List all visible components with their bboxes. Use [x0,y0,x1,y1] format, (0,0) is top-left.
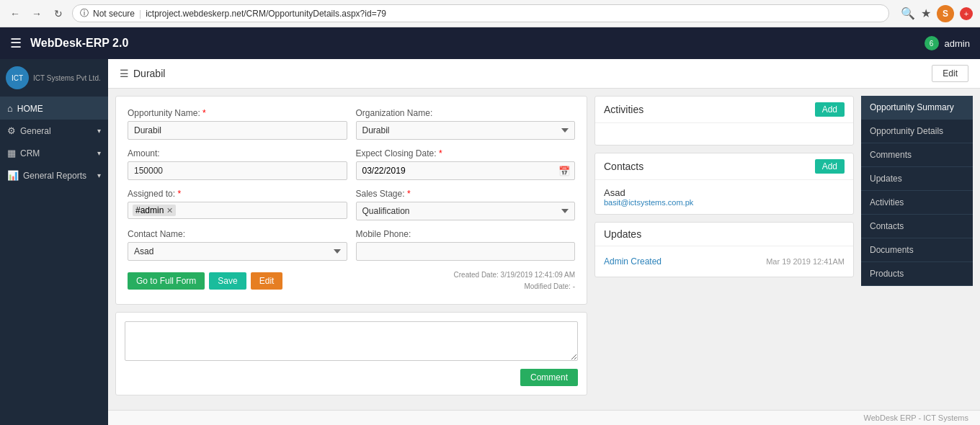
contacts-panel: Contacts Add Asad basit@ictsystems.com.p… [594,153,854,215]
form-actions: Go to Full Form Save Edit [128,272,282,290]
contact-name-label: Contact Name: [128,229,347,239]
gear-icon: ⚙ [7,125,16,136]
browser-icons: 🔍 ★ S + [901,5,973,22]
page-title: Durabil [133,68,165,79]
footer-text: WebDesk ERP - ICT Systems [864,413,968,422]
browser-bar: ← → ↻ ⓘ Not secure | ictproject.webdeske… [0,0,980,27]
extension-icon[interactable]: + [960,7,973,20]
updates-panel: Updates Admin Created Mar 19 2019 12:41A… [594,222,854,277]
page-edit-button[interactable]: Edit [932,65,968,82]
chevron-down-icon-crm: ▾ [97,149,101,157]
middle-column: Activities Add Contacts Add Asad basit@i… [594,96,854,403]
sales-stage-group: Sales Stage: * Qualification [356,189,576,220]
forward-button[interactable]: → [29,6,45,22]
sidebar-item-home[interactable]: ⌂ HOME [0,97,108,120]
form-footer: Go to Full Form Save Edit Created Date: … [128,269,575,292]
save-button[interactable]: Save [209,272,246,290]
sidebar-label-reports: General Reports [23,171,86,181]
right-nav-contacts[interactable]: Contacts [861,215,973,238]
updates-body: Admin Created Mar 19 2019 12:41AM [595,246,853,277]
sidebar-label-general: General [20,126,51,136]
contact-name: Asad [604,187,845,198]
sidebar-logo-area: ICT ICT Systems Pvt Ltd. [0,59,108,97]
go-to-full-form-button[interactable]: Go to Full Form [128,272,205,290]
modified-date-label: Modified Date: [524,282,570,290]
sales-stage-label: Sales Stage: * [356,189,576,199]
right-nav-activities[interactable]: Activities [861,191,973,215]
modified-date: Modified Date: - [454,281,575,292]
sidebar-item-reports[interactable]: 📊 General Reports ▾ [0,164,108,187]
chart-icon: 📊 [7,170,19,181]
right-nav-products[interactable]: Products [861,262,973,286]
right-nav-opportunity-details[interactable]: Opportunity Details [861,120,973,143]
url-bar[interactable]: ⓘ Not secure | ictproject.webdeskerp.net… [72,4,889,22]
closing-date-group: Expect Closing Date: * 📅 [356,148,576,180]
update-date: Mar 19 2019 12:41AM [766,257,845,266]
sales-stage-select[interactable]: Qualification [356,202,576,220]
chevron-down-icon: ▾ [97,127,101,135]
activities-add-button[interactable]: Add [815,102,845,117]
mobile-phone-label: Mobile Phone: [356,229,576,239]
update-row: Admin Created Mar 19 2019 12:41AM [604,254,845,269]
opportunity-form-card: Opportunity Name: * Organization Name: D… [115,96,587,305]
bookmark-icon[interactable]: ★ [921,6,931,20]
assigned-to-field[interactable]: #admin ✕ [128,202,347,219]
closing-date-input[interactable] [357,162,555,179]
main-content: ☰ Durabil Edit Opportunity Name: * [108,59,980,425]
mobile-phone-input[interactable] [356,242,576,261]
form-meta: Created Date: 3/19/2019 12:41:09 AM Modi… [454,269,575,292]
right-nav-opportunity-summary[interactable]: Opportunity Summary [861,96,973,120]
comment-button[interactable]: Comment [520,369,578,386]
left-column: Opportunity Name: * Organization Name: D… [115,96,587,403]
app-title: WebDesk-ERP 2.0 [30,37,925,50]
org-name-group: Organization Name: Durabil [356,108,576,140]
opportunity-name-label: Opportunity Name: * [128,108,347,118]
layout: ICT ICT Systems Pvt Ltd. ⌂ HOME ⚙ Genera… [0,59,980,425]
activities-header: Activities Add [595,97,853,123]
comment-textarea[interactable] [125,321,578,361]
form-grid: Opportunity Name: * Organization Name: D… [128,108,575,261]
page-header: ☰ Durabil Edit [108,59,980,89]
contact-email: basit@ictsystems.com.pk [604,198,845,207]
company-logo: ICT [6,66,29,89]
assigned-to-group: Assigned to: * #admin ✕ [128,189,347,220]
activities-body [595,123,853,145]
amount-input[interactable] [128,161,347,180]
right-nav-updates[interactable]: Updates [861,167,973,191]
mobile-phone-group: Mobile Phone: [356,229,576,261]
assigned-tag: #admin ✕ [133,205,176,216]
remove-assignee-icon[interactable]: ✕ [166,206,173,215]
content-area: Opportunity Name: * Organization Name: D… [108,89,980,410]
hamburger-icon[interactable]: ☰ [10,35,22,51]
sidebar-item-crm[interactable]: ▦ CRM ▾ [0,142,108,164]
opportunity-name-input[interactable] [128,121,347,140]
created-date-value: 3/19/2019 12:41:09 AM [501,271,575,279]
assigned-required-star: * [177,189,181,199]
opportunity-name-group: Opportunity Name: * [128,108,347,140]
sidebar: ICT ICT Systems Pvt Ltd. ⌂ HOME ⚙ Genera… [0,59,108,425]
header-username: admin [945,38,970,49]
contacts-body: Asad basit@ictsystems.com.pk [595,180,853,214]
profile-avatar[interactable]: S [937,5,954,22]
contact-name-select[interactable]: Asad [128,242,347,261]
right-nav-comments[interactable]: Comments [861,143,973,167]
sidebar-item-general[interactable]: ⚙ General ▾ [0,120,108,142]
url-text: ictproject.webdeskerp.net/CRM/Opportunit… [146,9,386,19]
app-footer: WebDesk ERP - ICT Systems [108,410,980,425]
updates-title: Updates [604,228,641,240]
right-nav-documents[interactable]: Documents [861,238,973,262]
notification-badge[interactable]: 6 [925,36,939,50]
search-icon[interactable]: 🔍 [901,6,915,20]
created-date: Created Date: 3/19/2019 12:41:09 AM [454,269,575,281]
edit-button[interactable]: Edit [251,272,283,290]
closing-date-field: 📅 [356,161,576,180]
closing-date-label: Expect Closing Date: * [356,148,576,158]
contacts-add-button[interactable]: Add [815,159,845,174]
org-name-select[interactable]: Durabil [356,121,576,140]
back-button[interactable]: ← [7,6,23,22]
chevron-down-icon-reports: ▾ [97,171,101,179]
contacts-title: Contacts [604,161,643,172]
calendar-icon[interactable]: 📅 [554,166,574,176]
created-date-label: Created Date: [454,271,499,279]
reload-button[interactable]: ↻ [50,6,66,22]
